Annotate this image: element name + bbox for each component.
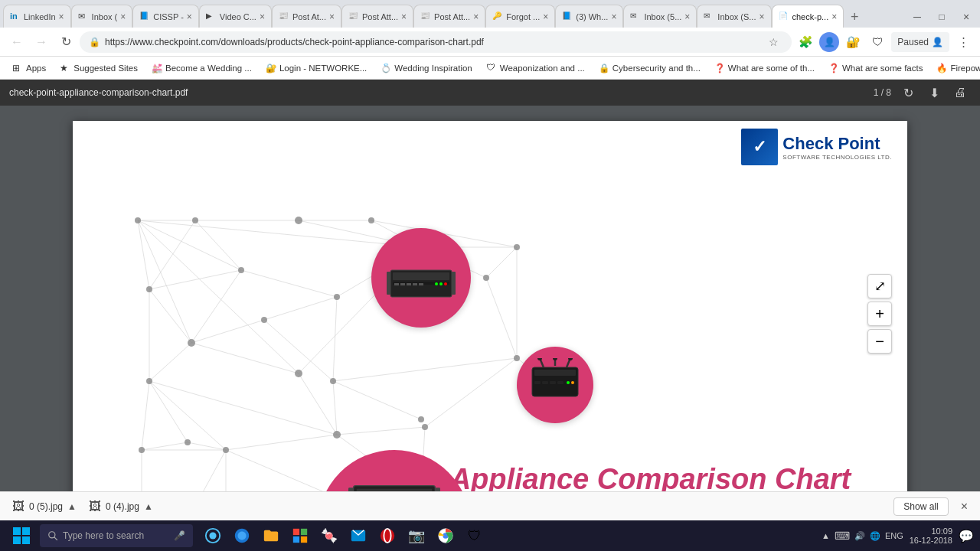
post3-favicon: 📰 bbox=[420, 11, 431, 22]
bookmark-firepower[interactable]: 🔥 Firepower Managem... bbox=[930, 59, 980, 77]
zoom-fit-button[interactable]: ⤢ bbox=[867, 274, 892, 298]
network-background-svg bbox=[73, 121, 907, 491]
bookmark-cybersecurity[interactable]: 🔒 Cybersecurity and th... bbox=[593, 59, 707, 77]
notifications-button[interactable]: 💬 bbox=[959, 529, 974, 543]
tab-close-linkedin[interactable]: × bbox=[59, 11, 64, 22]
network-icon[interactable]: 🌐 bbox=[870, 531, 880, 541]
tab-video[interactable]: ▶ Video C... × bbox=[199, 5, 272, 28]
tab-close-inbox2[interactable]: × bbox=[684, 11, 690, 22]
address-bar[interactable]: 🔒 https://www.checkpoint.com/downloads/p… bbox=[80, 31, 792, 53]
edge-icon bbox=[234, 527, 250, 544]
bookmark-what-some[interactable]: ❓ What are some of th... bbox=[708, 59, 821, 77]
taskbar-app-camera[interactable]: 📷 bbox=[403, 520, 430, 551]
tab-close-post3[interactable]: × bbox=[473, 11, 479, 22]
zoom-in-button[interactable]: + bbox=[867, 302, 892, 326]
svg-point-95 bbox=[439, 282, 443, 285]
taskbar-app-security[interactable]: 🛡 bbox=[461, 520, 488, 551]
bookmark-star-icon[interactable]: ☆ bbox=[764, 33, 782, 51]
paused-avatar: 👤 bbox=[932, 37, 943, 47]
close-window-button[interactable]: × bbox=[956, 6, 977, 28]
svg-line-48 bbox=[337, 427, 425, 435]
maximize-button[interactable]: □ bbox=[931, 6, 952, 28]
svg-line-36 bbox=[149, 220, 195, 289]
tab-post3[interactable]: 📰 Post Att... × bbox=[413, 5, 485, 28]
forward-button[interactable]: → bbox=[31, 31, 52, 53]
tab-close-forgot[interactable]: × bbox=[543, 11, 548, 22]
paused-button[interactable]: Paused 👤 bbox=[891, 32, 949, 52]
svg-rect-108 bbox=[542, 381, 548, 384]
bookmark-label: Apps bbox=[26, 64, 46, 73]
taskbar-app-chrome[interactable] bbox=[432, 520, 459, 551]
tab-forgot[interactable]: 🔑 Forgot ... × bbox=[485, 5, 555, 28]
tab-inbox1[interactable]: ✉ Inbox ( × bbox=[71, 5, 133, 28]
bookmark-wedding-inspiration[interactable]: 💍 Wedding Inspiration bbox=[374, 59, 478, 77]
tab-inbox2[interactable]: ✉ Inbox (5... × bbox=[623, 5, 697, 28]
tab-cissp[interactable]: 📘 CISSP - × bbox=[132, 5, 199, 28]
show-all-button[interactable]: Show all bbox=[893, 497, 948, 516]
checkpoint-logo: ✓ Check Point SOFTWARE TECHNOLOGIES LTD. bbox=[741, 129, 892, 165]
tab-close-checkp[interactable]: × bbox=[831, 11, 837, 22]
download-item-2[interactable]: 🖼 0 (4).jpg ▲ bbox=[89, 500, 153, 514]
tab-close-post2[interactable]: × bbox=[401, 11, 407, 22]
tab-label: Post At... bbox=[292, 12, 326, 21]
tab-close-3wh[interactable]: × bbox=[611, 11, 616, 22]
taskbar-search[interactable]: Type here to search 🎤 bbox=[40, 524, 193, 547]
kaspersky-icon[interactable]: 🛡 bbox=[867, 31, 888, 53]
close-download-bar-button[interactable]: × bbox=[961, 500, 968, 514]
pdf-reload-button[interactable]: ↻ bbox=[897, 82, 919, 103]
taskbar-clock[interactable]: 10:09 16-12-2018 bbox=[910, 527, 952, 545]
minimize-button[interactable]: ─ bbox=[906, 6, 928, 28]
pdf-download-button[interactable]: ⬇ bbox=[923, 82, 945, 103]
speaker-icon[interactable]: 🔊 bbox=[854, 531, 865, 541]
bookmark-weaponization[interactable]: 🛡 Weaponization and ... bbox=[480, 59, 591, 77]
settings-button[interactable]: ⋮ bbox=[952, 31, 974, 53]
taskbar-app-candy[interactable]: 🍬 bbox=[315, 520, 343, 551]
taskbar-app-edge[interactable] bbox=[228, 520, 256, 551]
svg-rect-136 bbox=[293, 536, 299, 543]
chevron-up-icon[interactable]: ▲ bbox=[822, 531, 830, 540]
download-expand-1[interactable]: ▲ bbox=[67, 501, 77, 512]
svg-rect-127 bbox=[22, 527, 30, 535]
taskbar-app-mail[interactable] bbox=[345, 520, 372, 551]
tab-close-video[interactable]: × bbox=[260, 11, 265, 22]
tab-inbox3[interactable]: ✉ Inbox (S... × bbox=[697, 5, 771, 28]
tab-close-inbox1[interactable]: × bbox=[120, 11, 126, 22]
taskbar-app-explorer[interactable] bbox=[257, 520, 285, 551]
bitwarden-icon[interactable]: 🔐 bbox=[842, 31, 864, 53]
taskbar-app-store[interactable] bbox=[286, 520, 314, 551]
svg-point-68 bbox=[261, 317, 267, 323]
taskbar-app-cortana[interactable] bbox=[199, 520, 227, 551]
taskbar-app-opera[interactable] bbox=[374, 520, 401, 551]
tab-post1[interactable]: 📰 Post At... × bbox=[272, 5, 341, 28]
bookmark-suggested[interactable]: ★ Suggested Sites bbox=[54, 59, 144, 77]
tab-close-post1[interactable]: × bbox=[329, 11, 335, 22]
video-favicon: ▶ bbox=[206, 11, 217, 22]
svg-point-81 bbox=[146, 286, 152, 292]
tab-linkedin[interactable]: in LinkedIn × bbox=[3, 5, 71, 28]
tab-3wh[interactable]: 📘 (3) Wh... × bbox=[555, 5, 623, 28]
zoom-out-button[interactable]: − bbox=[867, 329, 892, 354]
download-item-1[interactable]: 🖼 0 (5).jpg ▲ bbox=[12, 500, 77, 514]
post2-favicon: 📰 bbox=[348, 11, 359, 22]
extensions-button[interactable]: 🧩 bbox=[795, 31, 816, 53]
tab-close-cissp[interactable]: × bbox=[187, 11, 192, 22]
svg-point-72 bbox=[333, 431, 341, 439]
start-button[interactable] bbox=[6, 520, 37, 551]
bookmark-login[interactable]: 🔐 Login - NETWORKE... bbox=[260, 59, 373, 77]
back-button[interactable]: ← bbox=[6, 31, 28, 53]
bookmark-wedding[interactable]: 💒 Become a Wedding ... bbox=[145, 59, 258, 77]
reload-button[interactable]: ↻ bbox=[55, 31, 77, 53]
bookmark-apps[interactable]: ⊞ Apps bbox=[6, 59, 52, 77]
svg-point-94 bbox=[435, 282, 438, 285]
svg-rect-137 bbox=[301, 536, 307, 543]
microphone-icon[interactable]: 🎤 bbox=[174, 530, 185, 541]
profile-button[interactable]: 👤 bbox=[819, 32, 839, 52]
tab-checkp[interactable]: 📄 check-p... × bbox=[772, 5, 844, 28]
pdf-print-button[interactable]: 🖨 bbox=[949, 82, 971, 103]
download-expand-2[interactable]: ▲ bbox=[144, 501, 153, 512]
tab-post2[interactable]: 📰 Post Att... × bbox=[341, 5, 413, 28]
bookmark-what-facts[interactable]: ❓ What are some facts bbox=[822, 59, 929, 77]
new-tab-button[interactable]: + bbox=[844, 6, 865, 28]
tab-close-inbox3[interactable]: × bbox=[759, 11, 764, 22]
bookmark-label: Wedding Inspiration bbox=[394, 64, 472, 73]
